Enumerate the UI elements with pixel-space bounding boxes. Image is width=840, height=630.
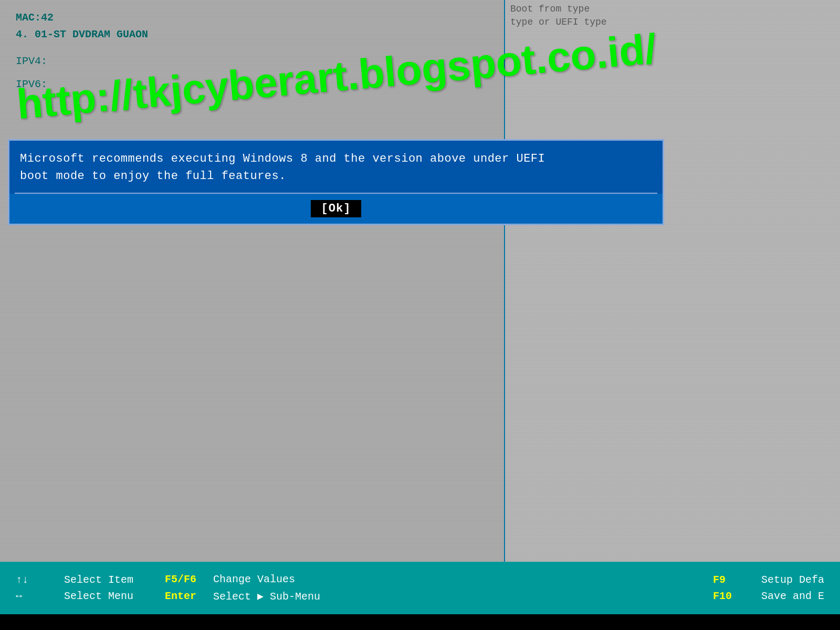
nav-item-sub-menu: Enter Select ▶ Sub-Menu <box>165 590 320 603</box>
nav-section-2: F5/F6 Change Values Enter Select ▶ Sub-M… <box>165 573 320 603</box>
bottom-bar <box>0 614 840 630</box>
select-item-key: ↑↓ <box>16 574 58 586</box>
change-values-key: F5/F6 <box>165 573 207 585</box>
save-label: Save and E <box>761 590 824 602</box>
dialog-box: Microsoft recommends executing Windows 8… <box>8 139 664 225</box>
setup-default-label: Setup Defa <box>761 574 824 586</box>
top-info: MAC:42 4. 01-ST DVDRAM GUAON <box>8 5 496 47</box>
setup-default-key: F9 <box>713 574 755 586</box>
right-panel-line2: type or UEFI type <box>510 16 835 29</box>
dialog-overlay: Microsoft recommends executing Windows 8… <box>8 139 840 225</box>
ok-button[interactable]: [Ok] <box>311 200 362 217</box>
left-panel: MAC:42 4. 01-ST DVDRAM GUAON IPV4: IPV6: <box>0 0 504 562</box>
select-menu-label: Select Menu <box>64 590 133 602</box>
save-key: F10 <box>713 590 755 602</box>
select-menu-key: ↔ <box>16 590 58 602</box>
nav-item-setup-default: F9 Setup Defa <box>713 574 824 586</box>
mac-line: MAC:42 <box>16 9 488 26</box>
dialog-button-row: [Ok] <box>9 194 663 224</box>
select-item-label: Select Item <box>64 574 133 586</box>
right-panel: Boot from type type or UEFI type <box>504 0 840 562</box>
bios-main-area: MAC:42 4. 01-ST DVDRAM GUAON IPV4: IPV6:… <box>0 0 840 562</box>
sub-menu-label: Select ▶ Sub-Menu <box>213 590 320 603</box>
ipv4-label: IPV4: <box>16 50 488 73</box>
dialog-line2: boot mode to enjoy the full features. <box>20 167 652 185</box>
nav-item-select-item: ↑↓ Select Item <box>16 574 133 586</box>
change-values-label: Change Values <box>213 573 295 585</box>
nav-item-save: F10 Save and E <box>713 590 824 602</box>
right-panel-line1: Boot from type <box>510 3 835 16</box>
ipv-labels: IPV4: IPV6: <box>8 47 496 99</box>
dialog-message: Microsoft recommends executing Windows 8… <box>9 141 663 193</box>
nav-item-select-menu: ↔ Select Menu <box>16 590 133 602</box>
nav-section-3: F9 Setup Defa F10 Save and E <box>713 574 824 602</box>
dvd-line: 4. 01-ST DVDRAM GUAON <box>16 26 488 43</box>
bios-screen: MAC:42 4. 01-ST DVDRAM GUAON IPV4: IPV6:… <box>0 0 840 630</box>
sub-menu-key: Enter <box>165 590 207 602</box>
status-bar: ↑↓ Select Item ↔ Select Menu F5/F6 Chang… <box>0 562 840 614</box>
nav-section-1: ↑↓ Select Item ↔ Select Menu <box>16 574 133 602</box>
ipv6-label: IPV6: <box>16 73 488 96</box>
dialog-line1: Microsoft recommends executing Windows 8… <box>20 150 652 167</box>
nav-item-change-values: F5/F6 Change Values <box>165 573 320 585</box>
